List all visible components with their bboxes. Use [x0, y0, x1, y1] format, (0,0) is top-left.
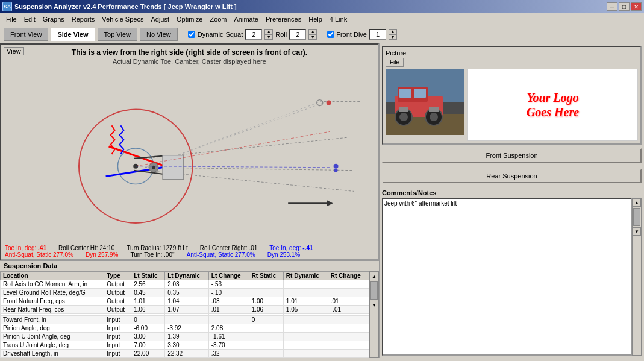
col-type: Type — [104, 272, 131, 280]
table-cell: 22.00 — [131, 350, 165, 358]
menu-4link[interactable]: 4 Link — [326, 15, 351, 24]
table-cell: Input — [104, 333, 131, 341]
dynamic-checkbox[interactable] — [188, 31, 195, 38]
squat-up[interactable]: ▲ — [264, 29, 273, 34]
roll-down[interactable]: ▼ — [308, 34, 317, 40]
maximize-button[interactable]: □ — [619, 2, 630, 11]
table-cell — [283, 316, 328, 324]
tab-top-view[interactable]: Top View — [98, 28, 137, 41]
tab-side-view[interactable]: Side View — [51, 28, 95, 41]
picture-content: Your Logo Goes Here — [386, 69, 638, 141]
menubar: File Edit Graphs Reports Vehicle Specs A… — [0, 13, 644, 25]
app-icon: SA — [2, 2, 12, 11]
menu-animate[interactable]: Animate — [231, 15, 262, 24]
content-area: View This is a view from the right side … — [0, 43, 644, 358]
menu-preferences[interactable]: Preferences — [262, 15, 305, 24]
status-row2: Anti-Squat, Static 277.0% Dyn 257.9% Tur… — [5, 251, 374, 258]
scroll-thumb[interactable] — [370, 281, 378, 300]
table-cell: 1.06 — [131, 306, 165, 314]
comments-scrollbar[interactable]: ▲ ▼ — [632, 198, 642, 356]
front-suspension-button[interactable]: Front Suspension — [382, 148, 642, 163]
table-cell — [328, 316, 369, 324]
status-row1: Toe In, deg: .41 Roll Center Ht: 24:10 T… — [5, 245, 374, 251]
data-table: Location Type Lt Static Lt Dynamic Lt Ch… — [0, 271, 369, 358]
comments-header: Comments/Notes — [382, 189, 642, 196]
menu-zoom[interactable]: Zoom — [206, 15, 230, 24]
table-cell — [328, 324, 369, 333]
svg-point-33 — [399, 113, 408, 121]
menu-vehicle-specs[interactable]: Vehicle Specs — [98, 15, 147, 24]
table-cell: Roll Axis to CG Moment Arm, in — [1, 280, 104, 289]
table-cell: 0.45 — [131, 289, 165, 297]
svg-point-21 — [334, 164, 339, 169]
table-row: Level Ground Roll Rate, deg/GOutput0.450… — [1, 289, 369, 297]
logo-text: Your Logo Goes Here — [527, 90, 579, 119]
menu-file[interactable]: File — [2, 15, 20, 24]
view-subtitle: Actual Dynamic Toe, Camber, Caster displ… — [1, 58, 378, 65]
table-cell: .01 — [328, 297, 369, 306]
scroll-down[interactable]: ▼ — [370, 301, 378, 309]
roll-spinner[interactable]: ▲ ▼ — [308, 29, 317, 40]
table-row: Driveshaft Length, inInput22.0022.32.32 — [1, 350, 369, 358]
table-scrollbar[interactable]: ▲ ▼ — [369, 271, 379, 358]
comments-scroll-thumb[interactable] — [633, 208, 640, 226]
table-cell — [283, 350, 328, 358]
menu-optimize[interactable]: Optimize — [173, 15, 206, 24]
menu-help[interactable]: Help — [305, 15, 326, 24]
squat-input[interactable]: 2 — [245, 29, 262, 40]
table-cell: .03 — [208, 297, 249, 306]
table-cell: Input — [104, 316, 131, 324]
close-button[interactable]: ✕ — [631, 2, 642, 11]
squat-down[interactable]: ▼ — [264, 34, 273, 40]
roll-input[interactable]: 2 — [289, 29, 306, 40]
menu-edit[interactable]: Edit — [20, 15, 39, 24]
table-cell: 1.06 — [249, 306, 283, 314]
tab-no-view[interactable]: No View — [140, 28, 178, 41]
front-dive-up[interactable]: ▲ — [389, 29, 397, 34]
minimize-button[interactable]: ─ — [607, 2, 617, 11]
comments-textarea[interactable]: Jeep with 6" aftermarket lift — [382, 198, 632, 356]
front-dive-checkbox[interactable] — [327, 31, 334, 38]
squat-label: Squat — [226, 31, 243, 38]
table-cell — [208, 316, 249, 324]
table-cell: 0 — [249, 316, 283, 324]
table-cell: Pinion Angle, deg — [1, 324, 104, 333]
col-location: Location — [1, 272, 104, 280]
table-row: Toward Front, inInput00 — [1, 316, 369, 324]
table-cell: Driveshaft Length, in — [1, 350, 104, 358]
table-cell: -3.92 — [165, 324, 209, 333]
comments-scroll-down[interactable]: ▼ — [633, 227, 641, 236]
table-cell — [249, 280, 283, 289]
toolbar: Front View Side View Top View No View Dy… — [0, 25, 644, 43]
table-container[interactable]: Location Type Lt Static Lt Dynamic Lt Ch… — [0, 271, 369, 358]
vehicle-photo — [386, 69, 464, 135]
squat-spinner[interactable]: ▲ ▼ — [264, 29, 273, 40]
col-lt-dynamic: Lt Dynamic — [165, 272, 209, 280]
menu-graphs[interactable]: Graphs — [39, 15, 68, 24]
col-lt-static: Lt Static — [131, 272, 165, 280]
table-cell — [249, 350, 283, 358]
comments-scroll-up[interactable]: ▲ — [633, 198, 641, 207]
titlebar: SA Suspension Analyzer v2.4 Performance … — [0, 0, 644, 13]
table-cell: -3.70 — [208, 341, 249, 350]
table-header: Suspension Data — [0, 261, 379, 271]
front-dive-spinner[interactable]: ▲ ▼ — [389, 29, 397, 40]
table-cell: Toward Front, in — [1, 316, 104, 324]
tab-front-view[interactable]: Front View — [4, 28, 48, 41]
front-dive-down[interactable]: ▼ — [389, 34, 397, 40]
logo-area: Your Logo Goes Here — [467, 69, 638, 141]
table-cell — [249, 341, 283, 350]
table-cell: 2.03 — [165, 280, 209, 289]
picture-file-button[interactable]: File — [386, 58, 404, 67]
table-cell — [249, 289, 283, 297]
col-lt-change: Lt Change — [208, 272, 249, 280]
scroll-up[interactable]: ▲ — [370, 272, 378, 280]
menu-reports[interactable]: Reports — [68, 15, 99, 24]
table-cell: Input — [104, 341, 131, 350]
roll-up[interactable]: ▲ — [308, 29, 317, 34]
front-dive-input[interactable]: 1 — [369, 29, 386, 40]
rear-suspension-button[interactable]: Rear Suspension — [382, 169, 642, 183]
table-cell: 3.30 — [165, 341, 209, 350]
table-cell: 22.32 — [165, 350, 209, 358]
menu-adjust[interactable]: Adjust — [147, 15, 173, 24]
